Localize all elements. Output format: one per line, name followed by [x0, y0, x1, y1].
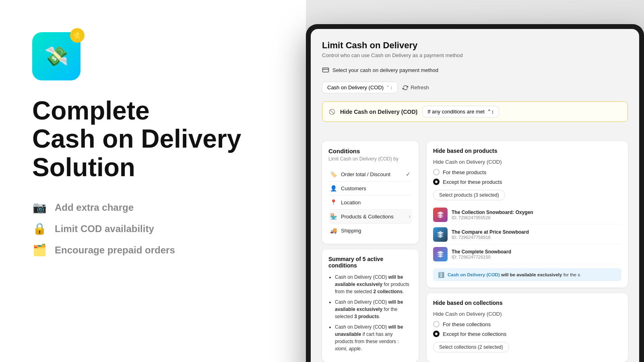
condition-location[interactable]: 📍 Location [328, 195, 412, 210]
select-products-button[interactable]: Select products (3 selected) [433, 190, 505, 200]
feature-label-prepaid: Encourage prepaid orders [55, 245, 175, 256]
cod-hide-row: Hide Cash on Delivery (COD) If any condi… [322, 101, 628, 122]
products-section: Hide based on products Hide Cash on Deli… [427, 141, 628, 288]
truck-icon: 🚚 [330, 227, 337, 234]
product-item-2: The Compare at Price Snowboard ID: 72962… [433, 225, 621, 245]
page-subtitle: Control who can use Cash on Delivery as … [322, 52, 628, 58]
radio-label-except-collections: Except for these collections [443, 331, 506, 337]
products-info-box: ℹ️ Cash on Delivery (COD) will be availa… [433, 268, 621, 281]
condition-label-shipping: Shipping [341, 228, 361, 234]
summary-card: Summary of 5 active conditions Cash on D… [322, 249, 419, 362]
camera-icon: 📷 [32, 201, 47, 214]
store-icon: 🏪 [330, 213, 337, 220]
tablet-screen: Limit Cash on Delivery Control who can u… [311, 29, 639, 362]
tag-icon: 🏷️ [330, 171, 337, 177]
radio-circle-except-products [433, 179, 440, 185]
feature-item-prepaid: 🗂️ Encourage prepaid orders [32, 243, 282, 257]
refresh-label: Refresh [411, 84, 429, 90]
payment-method-row: Select your cash on delivery payment met… [322, 66, 628, 74]
conditions-card: Conditions Limit Cash on Delivery (COD) … [322, 141, 419, 244]
product-name-2: The Compare at Price Snowboard [452, 229, 621, 235]
svg-rect-0 [323, 68, 329, 72]
main-title: Complete Cash on Delivery Solution [32, 97, 282, 181]
condition-customers[interactable]: 👤 Customers [328, 181, 412, 195]
conditions-dropdown[interactable]: If any conditions are met ⌃↕ [422, 106, 499, 117]
payment-select-row: Cash on Delivery (COD) ⌃↕ Refresh [322, 82, 628, 93]
product-thumb-1 [433, 208, 448, 222]
conditions-subtitle: Limit Cash on Delivery (COD) by [328, 156, 412, 162]
product-name-1: The Collection Snowboard: Oxygen [452, 210, 621, 215]
condition-label-order-total: Order total / Discount [341, 171, 390, 177]
feature-label-charge: Add extra charge [55, 202, 134, 213]
app-icon: ⭐ 💸 [32, 32, 80, 80]
products-section-title: Hide based on products [433, 148, 621, 154]
summary-item-1: Cash on Delivery (COD) will be available… [335, 274, 412, 295]
condition-label-customers: Customers [341, 185, 366, 191]
radio-circle-for-collections [433, 321, 440, 327]
radio-for-collections[interactable]: For these collections [433, 321, 621, 327]
radio-for-products[interactable]: For these products [433, 169, 621, 175]
lock-icon: 🔒 [32, 222, 47, 235]
condition-order-total[interactable]: 🏷️ Order total / Discount ✓ [328, 167, 412, 181]
refresh-button[interactable]: Refresh [402, 84, 429, 90]
card-icon: 🗂️ [32, 243, 47, 257]
radio-label-for-products: For these products [443, 169, 486, 175]
collections-section-title: Hide based on collections [433, 300, 621, 306]
page-header: Limit Cash on Delivery Control who can u… [311, 29, 639, 122]
arrow-right-icon: › [409, 213, 411, 220]
radio-except-products[interactable]: Except for these products [433, 179, 621, 185]
select-collections-button[interactable]: Select collections (2 selected) [433, 342, 509, 352]
radio-label-except-products: Except for these products [443, 179, 502, 185]
payment-method-label-text: Select your cash on delivery payment met… [332, 67, 438, 73]
conditions-title: Conditions [328, 148, 412, 154]
chevron-dropdown-icon: ⌃↕ [487, 109, 494, 115]
product-id-2: ID: 7296247758918 [452, 235, 621, 240]
radio-label-for-collections: For these collections [443, 321, 491, 327]
product-id-1: ID: 7296247955526 [452, 215, 621, 220]
tablet-frame: Limit Cash on Delivery Control who can u… [306, 24, 644, 362]
summary-item-2: Cash on Delivery (COD) will be available… [335, 298, 412, 320]
summary-title: Summary of 5 active conditions [328, 256, 412, 269]
condition-label-products: Products & Collections [341, 214, 394, 220]
product-item-3: The Complete Snowboard ID: 7296247726150 [433, 245, 621, 264]
summary-list: Cash on Delivery (COD) will be available… [328, 274, 412, 352]
product-id-3: ID: 7296247726150 [452, 255, 621, 259]
payment-method-select[interactable]: Cash on Delivery (COD) ⌃↕ [322, 82, 398, 93]
feature-list: 📷 Add extra charge 🔒 Limit COD availabil… [32, 201, 282, 257]
product-thumb-3 [433, 247, 448, 261]
products-radio-group: For these products Except for these prod… [433, 169, 621, 185]
products-section-subtitle: Hide Cash on Delivery (COD) [433, 159, 621, 165]
conditions-panel: Conditions Limit Cash on Delivery (COD) … [322, 141, 419, 362]
app-icon-graphic: 💸 [44, 45, 68, 68]
product-name-3: The Complete Snowboard [452, 249, 621, 255]
condition-products-collections[interactable]: 🏪 Products & Collections › [328, 210, 412, 224]
collections-section: Hide based on collections Hide Cash on D… [427, 293, 628, 362]
info-icon: ℹ️ [438, 272, 444, 278]
collections-section-subtitle: Hide Cash on Delivery (COD) [433, 311, 621, 317]
radio-except-collections[interactable]: Except for these collections [433, 331, 621, 337]
products-panel: Hide based on products Hide Cash on Deli… [427, 141, 628, 362]
summary-item-3: Cash on Delivery (COD) will be unavailab… [335, 323, 412, 352]
condition-shipping[interactable]: 🚚 Shipping [328, 224, 412, 237]
app-content: Conditions Limit Cash on Delivery (COD) … [311, 130, 639, 362]
collections-radio-group: For these collections Except for these c… [433, 321, 621, 337]
radio-circle-except-collections [433, 331, 440, 337]
star-badge: ⭐ [70, 28, 85, 43]
feature-item-charge: 📷 Add extra charge [32, 201, 282, 214]
location-icon: 📍 [330, 199, 337, 206]
svg-line-3 [330, 110, 334, 113]
checkmark-icon: ✓ [406, 171, 411, 177]
products-info-text: Cash on Delivery (COD) will be available… [448, 272, 580, 278]
condition-label-location: Location [341, 200, 361, 206]
product-thumb-2 [433, 227, 448, 242]
left-panel: ⭐ 💸 Complete Cash on Delivery Solution 📷… [0, 0, 306, 362]
product-item-1: The Collection Snowboard: Oxygen ID: 729… [433, 205, 621, 225]
chevron-down-icon: ⌃↕ [386, 85, 392, 90]
payment-method-icon: Select your cash on delivery payment met… [322, 66, 438, 74]
right-panel: Limit Cash on Delivery Control who can u… [306, 0, 644, 362]
person-icon: 👤 [330, 185, 337, 191]
feature-label-limit: Limit COD availability [55, 223, 154, 234]
feature-item-limit: 🔒 Limit COD availability [32, 222, 282, 235]
cod-hide-label: Hide Cash on Delivery (COD) [340, 109, 417, 115]
radio-circle-for-products [433, 169, 440, 175]
